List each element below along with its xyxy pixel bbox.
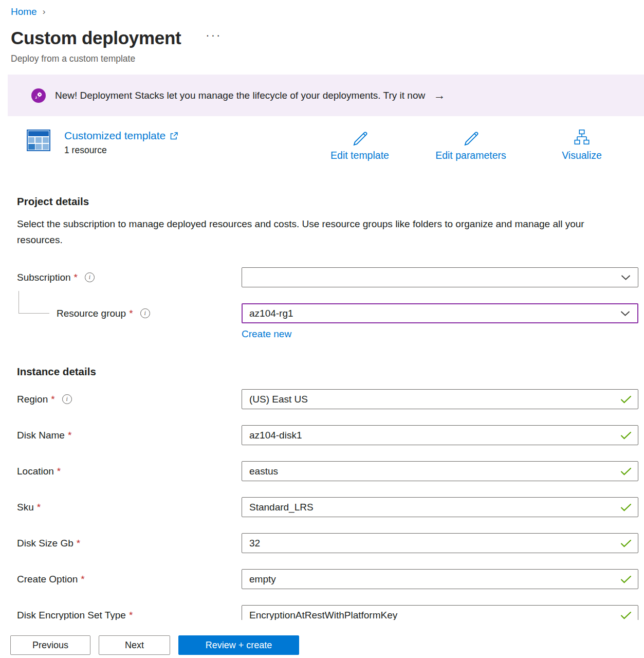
sku-label: Sku * bbox=[17, 502, 242, 513]
template-icon bbox=[27, 130, 50, 167]
disk-encryption-set-type-label-text: Disk Encryption Set Type bbox=[17, 610, 126, 621]
title-row: Custom deployment ··· bbox=[11, 28, 644, 48]
subscription-row: Subscription * i bbox=[17, 267, 644, 287]
valid-check-icon bbox=[620, 575, 632, 583]
required-marker: * bbox=[129, 610, 133, 621]
required-marker: * bbox=[68, 430, 71, 441]
wizard-footer: Previous Next Review + create bbox=[0, 620, 644, 658]
required-marker: * bbox=[81, 574, 84, 585]
pencil-icon bbox=[351, 129, 369, 146]
disk-size-field bbox=[242, 533, 638, 553]
disk-name-row: Disk Name * bbox=[17, 425, 644, 445]
subscription-label-text: Subscription bbox=[17, 272, 71, 283]
instance-details-heading: Instance details bbox=[17, 365, 644, 378]
chevron-down-icon bbox=[621, 275, 631, 280]
location-label: Location * bbox=[17, 466, 242, 477]
create-option-field bbox=[242, 569, 638, 589]
resource-group-label-text: Resource group bbox=[57, 308, 126, 319]
sku-label-text: Sku bbox=[17, 502, 34, 513]
valid-check-icon bbox=[620, 539, 632, 547]
previous-button[interactable]: Previous bbox=[10, 635, 90, 655]
resource-group-value: az104-rg1 bbox=[249, 308, 293, 319]
valid-check-icon bbox=[620, 503, 632, 511]
info-icon[interactable]: i bbox=[62, 394, 72, 404]
sku-field bbox=[242, 497, 638, 517]
location-input[interactable] bbox=[249, 466, 631, 477]
required-marker: * bbox=[74, 272, 78, 283]
create-option-label-text: Create Option bbox=[17, 574, 78, 585]
breadcrumb-separator: › bbox=[43, 7, 46, 17]
disk-name-field bbox=[242, 425, 638, 445]
template-card: Customized template 1 resource Edit temp… bbox=[27, 130, 637, 167]
create-option-row: Create Option * bbox=[17, 569, 644, 589]
resource-group-dropdown[interactable]: az104-rg1 bbox=[242, 303, 638, 323]
region-field bbox=[242, 389, 638, 409]
template-actions: Edit template Edit parameters Visualize bbox=[304, 129, 637, 161]
breadcrumb-home-link[interactable]: Home bbox=[11, 6, 37, 17]
disk-encryption-set-type-input[interactable] bbox=[249, 610, 631, 621]
sku-row: Sku * bbox=[17, 497, 644, 517]
project-details-heading: Project details bbox=[17, 195, 644, 208]
banner-message: New! Deployment Stacks let you manage th… bbox=[55, 90, 425, 101]
breadcrumb: Home › bbox=[0, 0, 644, 17]
sku-input[interactable] bbox=[249, 502, 631, 513]
external-link-icon bbox=[170, 132, 178, 140]
resource-group-label: Resource group * i bbox=[17, 308, 242, 319]
required-marker: * bbox=[37, 502, 41, 513]
valid-check-icon bbox=[620, 431, 632, 440]
next-button[interactable]: Next bbox=[99, 635, 170, 655]
disk-size-label-text: Disk Size Gb bbox=[17, 538, 73, 549]
create-option-label: Create Option * bbox=[17, 574, 242, 585]
visualize-button[interactable]: Visualize bbox=[526, 129, 637, 161]
valid-check-icon bbox=[620, 395, 632, 404]
disk-size-label: Disk Size Gb * bbox=[17, 538, 242, 549]
disk-name-label: Disk Name * bbox=[17, 430, 242, 441]
valid-check-icon bbox=[620, 467, 632, 476]
edit-parameters-label: Edit parameters bbox=[435, 150, 506, 161]
project-details-description: Select the subscription to manage deploy… bbox=[17, 216, 608, 248]
banner-arrow-icon[interactable]: → bbox=[433, 88, 445, 102]
customized-template-link[interactable]: Customized template bbox=[64, 130, 178, 142]
disk-encryption-set-type-label: Disk Encryption Set Type * bbox=[17, 610, 242, 621]
custom-deployment-page: Home › Custom deployment ··· Deploy from… bbox=[0, 0, 644, 625]
tree-connector bbox=[19, 291, 49, 314]
edit-template-button[interactable]: Edit template bbox=[304, 129, 415, 161]
disk-name-input[interactable] bbox=[249, 430, 631, 441]
create-option-input[interactable] bbox=[249, 574, 631, 585]
disk-name-label-text: Disk Name bbox=[17, 430, 65, 441]
rocket-icon bbox=[31, 88, 46, 103]
location-label-text: Location bbox=[17, 466, 54, 477]
pencil-icon bbox=[462, 129, 480, 146]
deployment-stacks-banner[interactable]: New! Deployment Stacks let you manage th… bbox=[8, 75, 644, 116]
region-label: Region * i bbox=[17, 394, 242, 405]
region-input[interactable] bbox=[249, 394, 631, 405]
chevron-down-icon bbox=[620, 310, 630, 316]
create-new-link[interactable]: Create new bbox=[242, 328, 291, 340]
visualize-icon bbox=[573, 129, 591, 146]
more-actions-menu[interactable]: ··· bbox=[206, 29, 222, 47]
page-title: Custom deployment bbox=[11, 28, 181, 48]
disk-size-row: Disk Size Gb * bbox=[17, 533, 644, 553]
required-marker: * bbox=[129, 308, 133, 319]
subscription-label: Subscription * i bbox=[17, 272, 242, 283]
location-field bbox=[242, 461, 638, 481]
subscription-dropdown[interactable] bbox=[242, 267, 638, 287]
page-subtitle: Deploy from a custom template bbox=[11, 53, 644, 64]
template-link-label: Customized template bbox=[64, 130, 165, 142]
template-info: Customized template 1 resource bbox=[64, 130, 178, 167]
review-create-button[interactable]: Review + create bbox=[178, 635, 299, 655]
edit-template-label: Edit template bbox=[330, 150, 389, 161]
template-resource-count: 1 resource bbox=[64, 145, 178, 156]
resource-group-row: Resource group * i az104-rg1 bbox=[17, 303, 644, 323]
visualize-label: Visualize bbox=[562, 150, 602, 161]
region-row: Region * i bbox=[17, 389, 644, 409]
valid-check-icon bbox=[620, 611, 632, 619]
region-label-text: Region bbox=[17, 394, 48, 405]
disk-size-input[interactable] bbox=[249, 538, 631, 549]
info-icon[interactable]: i bbox=[85, 272, 95, 282]
edit-parameters-button[interactable]: Edit parameters bbox=[415, 129, 526, 161]
required-marker: * bbox=[57, 466, 61, 477]
required-marker: * bbox=[77, 538, 80, 549]
location-row: Location * bbox=[17, 461, 644, 481]
info-icon[interactable]: i bbox=[140, 308, 150, 318]
